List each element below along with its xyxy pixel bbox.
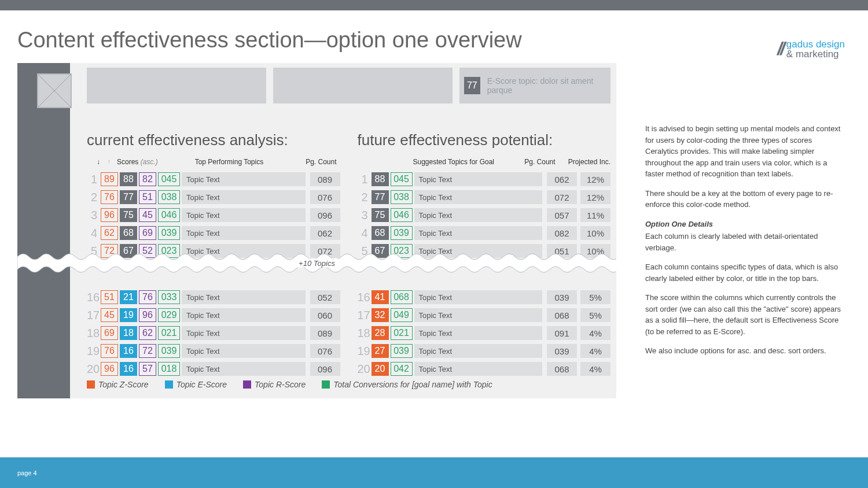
r-score: 51 bbox=[139, 190, 156, 204]
e-score: 32 bbox=[372, 308, 389, 322]
top-bar bbox=[0, 0, 868, 10]
table-row: 17 45 19 96 029 Topic Text 060 bbox=[87, 307, 340, 323]
projected-inc: 12% bbox=[580, 190, 610, 204]
conv-score: 029 bbox=[158, 308, 180, 322]
topic-text: Topic Text bbox=[182, 362, 306, 376]
pg-count: 096 bbox=[310, 208, 340, 222]
table-row: 18 28 021 Topic Text 091 4% bbox=[358, 325, 611, 341]
topcard-2 bbox=[273, 68, 453, 103]
table-row: 3 96 75 45 046 Topic Text 096 bbox=[87, 207, 340, 223]
z-score: 62 bbox=[101, 226, 118, 240]
sort-asc-icon[interactable]: ↑ bbox=[104, 157, 113, 167]
row-number: 2 bbox=[87, 191, 97, 204]
row-number: 2 bbox=[358, 191, 368, 204]
conv-score: 068 bbox=[391, 290, 413, 304]
pg-count: 039 bbox=[547, 290, 577, 304]
conv-score: 039 bbox=[158, 344, 180, 358]
z-score: 51 bbox=[101, 290, 118, 304]
conv-score: 046 bbox=[158, 208, 180, 222]
pg-count: 072 bbox=[547, 190, 577, 204]
topic-text: Topic Text bbox=[414, 290, 543, 304]
e-score: 16 bbox=[120, 362, 137, 376]
conv-score: 018 bbox=[158, 362, 180, 376]
projected-inc: 5% bbox=[580, 308, 610, 322]
footer: page 4 bbox=[0, 457, 868, 488]
e-score: 28 bbox=[372, 326, 389, 340]
topic-text: Topic Text bbox=[182, 308, 306, 322]
e-score: 41 bbox=[372, 290, 389, 304]
topic-text: Topic Text bbox=[182, 344, 306, 358]
table-row: 20 96 16 57 018 Topic Text 096 bbox=[87, 361, 340, 377]
legend-r-label: Topic R-Score bbox=[255, 380, 306, 389]
conv-score: 039 bbox=[158, 226, 180, 240]
copy-heading: Option One Details bbox=[645, 219, 845, 230]
projected-inc: 4% bbox=[580, 326, 610, 340]
row-number: 18 bbox=[87, 327, 97, 340]
conv-score: 039 bbox=[391, 344, 413, 358]
table-row: 16 51 21 76 033 Topic Text 052 bbox=[87, 289, 340, 305]
e-score: 68 bbox=[372, 226, 389, 240]
projected-inc: 4% bbox=[580, 344, 610, 358]
future-header: Suggested Topics for Goal Pg. Count Proj… bbox=[358, 155, 611, 169]
pg-count: 057 bbox=[547, 208, 577, 222]
r-score: 76 bbox=[139, 290, 156, 304]
e-score: 67 bbox=[372, 244, 389, 258]
pg-count: 039 bbox=[547, 344, 577, 358]
z-score: 76 bbox=[101, 344, 118, 358]
topic-text: Topic Text bbox=[182, 208, 306, 222]
conv-score: 038 bbox=[158, 190, 180, 204]
z-score: 89 bbox=[101, 172, 118, 186]
e-score: 88 bbox=[372, 172, 389, 186]
topic-text: Topic Text bbox=[182, 226, 306, 240]
conv-score: 049 bbox=[391, 308, 413, 322]
row-number: 3 bbox=[87, 209, 97, 222]
sort-desc-icon[interactable]: ↓ bbox=[94, 157, 103, 167]
topic-text: Topic Text bbox=[182, 290, 306, 304]
table-row: 5 72 67 52 023 Topic Text 072 bbox=[87, 243, 340, 259]
logo: // gadus design & marketing bbox=[645, 38, 845, 60]
table-row: 19 76 16 72 039 Topic Text 076 bbox=[87, 343, 340, 359]
copy-p1: It is advised to begin setting up mental… bbox=[645, 123, 845, 180]
table-row: 2 76 77 51 038 Topic Text 076 bbox=[87, 189, 340, 205]
page-title: Content effectiveness section—option one… bbox=[17, 28, 628, 53]
pg-count: 062 bbox=[310, 226, 340, 240]
conv-score: 042 bbox=[391, 362, 413, 376]
pg-count: 091 bbox=[547, 326, 577, 340]
table-row: 1 88 045 Topic Text 062 12% bbox=[358, 171, 611, 187]
r-score: 62 bbox=[139, 326, 156, 340]
r-score: 69 bbox=[139, 226, 156, 240]
footer-page: page 4 bbox=[17, 469, 37, 476]
row-number: 16 bbox=[358, 291, 368, 304]
e-score: 77 bbox=[372, 190, 389, 204]
legend-z-box bbox=[87, 380, 95, 389]
e-score: 77 bbox=[120, 190, 137, 204]
table-row: 20 20 042 Topic Text 068 4% bbox=[358, 361, 611, 377]
future-title: future effectiveness potential: bbox=[358, 131, 611, 149]
table-row: 18 69 18 62 021 Topic Text 089 bbox=[87, 325, 340, 341]
legend-e-box bbox=[165, 380, 173, 389]
conv-score: 021 bbox=[391, 326, 413, 340]
table-row: 17 32 049 Topic Text 068 5% bbox=[358, 307, 611, 323]
body-copy: It is advised to begin setting up mental… bbox=[645, 123, 845, 357]
pg-count: 051 bbox=[547, 244, 577, 258]
projected-inc: 10% bbox=[580, 244, 610, 258]
table-row: 16 41 068 Topic Text 039 5% bbox=[358, 289, 611, 305]
row-number: 19 bbox=[358, 345, 368, 358]
e-score: 68 bbox=[120, 226, 137, 240]
pg-count: 068 bbox=[547, 362, 577, 376]
logo-slash-icon: // bbox=[777, 38, 783, 60]
current-panel: current effectiveness analysis: ↓ ↑ Scor… bbox=[87, 131, 340, 377]
z-score: 96 bbox=[101, 362, 118, 376]
topic-text: Topic Text bbox=[414, 226, 543, 240]
topic-text: Topic Text bbox=[182, 190, 306, 204]
row-number: 20 bbox=[358, 363, 368, 376]
row-number: 4 bbox=[87, 227, 97, 240]
z-score: 72 bbox=[101, 244, 118, 258]
tpt-label: Top Performing Topics bbox=[195, 158, 264, 166]
escore-badge: 77 bbox=[464, 77, 480, 94]
projected-inc: 10% bbox=[580, 226, 610, 240]
topic-text: Topic Text bbox=[414, 308, 543, 322]
table-row: 3 75 046 Topic Text 057 11% bbox=[358, 207, 611, 223]
table-row: 4 62 68 69 039 Topic Text 062 bbox=[87, 225, 340, 241]
legend-z-label: Topic Z-Score bbox=[98, 380, 149, 389]
